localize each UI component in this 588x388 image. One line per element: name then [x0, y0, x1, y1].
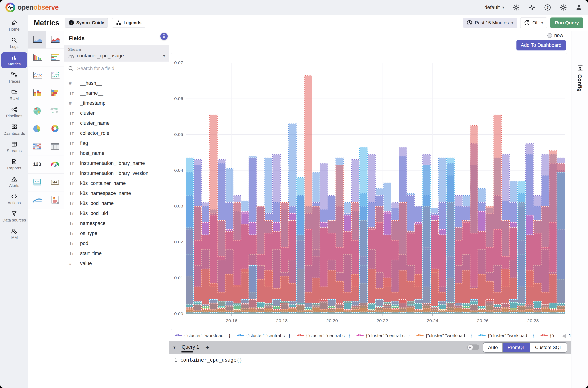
chart-type-area-stacked[interactable]: [46, 31, 64, 49]
chevron-down-icon: ▾: [541, 20, 543, 25]
chart-type-scatter[interactable]: [46, 67, 64, 84]
stream-selector[interactable]: Stream container_cpu_usage ▾: [64, 45, 169, 62]
collapse-query-icon[interactable]: ▾: [173, 345, 176, 350]
field-name: cluster_name: [80, 121, 110, 126]
chart-type-bar-horizontal-stacked[interactable]: [46, 84, 64, 102]
help-icon[interactable]: ?: [544, 4, 551, 11]
org-selector[interactable]: default ▾: [484, 4, 504, 10]
field-item-k8s_pod_name[interactable]: TTk8s_pod_name: [64, 198, 169, 208]
user-avatar-icon[interactable]: [575, 4, 583, 11]
chart-type-heatmap[interactable]: [28, 138, 46, 156]
sidebar-item-reports[interactable]: Reports: [1, 156, 27, 172]
legend-item-6[interactable]: {"c: [541, 333, 555, 338]
syntax-guide-button[interactable]: ? Syntax Guide: [65, 18, 108, 28]
sidebar-item-streams[interactable]: Streams: [1, 139, 27, 155]
sidebar-item-iam[interactable]: IAM: [1, 226, 27, 242]
legend-item-1[interactable]: {"cluster":"central-c...}: [237, 333, 290, 338]
sidebar-item-traces[interactable]: Traces: [1, 70, 27, 85]
auto-refresh-picker[interactable]: Off ▾: [520, 17, 547, 28]
field-item-host_name[interactable]: TThost_name: [64, 148, 169, 158]
legend-item-2[interactable]: {"cluster":"central-c...}: [297, 333, 350, 338]
field-item-pod[interactable]: TTpod: [64, 239, 169, 248]
chart-type-gauge[interactable]: [46, 156, 64, 174]
chart-type-custom-chart[interactable]: [46, 192, 64, 209]
chart-type-markdown[interactable]: M: [46, 174, 64, 192]
sidebar-item-rum[interactable]: RUM: [1, 87, 27, 103]
legends-button[interactable]: Legends: [112, 18, 145, 28]
drag-handle[interactable]: [160, 33, 168, 40]
bar-icon: [32, 53, 43, 62]
chart-type-bar-horizontal[interactable]: [46, 49, 64, 67]
add-to-dashboard-button[interactable]: Add To Dashboard: [517, 40, 566, 50]
sidebar-item-home[interactable]: Home: [1, 18, 27, 33]
time-range-picker[interactable]: Past 15 Minutes ▾: [463, 18, 517, 28]
time-range-value: Past 15 Minutes: [475, 20, 509, 26]
sidebar-item-alerts[interactable]: Alerts: [1, 174, 27, 190]
sidebar-item-pipelines[interactable]: Pipelines: [1, 104, 27, 120]
field-item-__hash__[interactable]: #__hash__: [64, 78, 169, 88]
field-item-cluster[interactable]: TTcluster: [64, 108, 169, 118]
legend-page-indicator: 1/3: [569, 333, 571, 339]
pipelines-icon: [11, 106, 17, 113]
legend-item-5[interactable]: {"cluster":"workload-...}: [478, 333, 534, 338]
config-label: Config: [577, 74, 583, 92]
brand-logo[interactable]: openobserve: [5, 2, 59, 12]
field-search-input[interactable]: [77, 66, 165, 72]
sidebar-item-data-sources[interactable]: Data sources: [1, 208, 27, 224]
run-query-button[interactable]: Run Query: [550, 18, 583, 28]
legend-item-3[interactable]: {"cluster":"central-c...}: [357, 333, 410, 338]
chart-type-pie[interactable]: [28, 120, 46, 138]
config-panel-tab[interactable]: Config: [571, 31, 588, 388]
field-item-collector_role[interactable]: TTcollector_role: [64, 128, 169, 138]
field-item-instrumentation_library_name[interactable]: TTinstrumentation_library_name: [64, 158, 169, 168]
mode-custom-sql[interactable]: Custom SQL: [530, 343, 567, 352]
sidebar-item-logs[interactable]: Logs: [1, 35, 27, 51]
chart-type-sankey[interactable]: [28, 192, 46, 209]
field-item-namespace[interactable]: TTnamespace: [64, 218, 169, 228]
chart-type-line[interactable]: [28, 67, 46, 84]
field-name: host_name: [80, 150, 105, 156]
field-item-k8s_container_name[interactable]: TTk8s_container_name: [64, 178, 169, 188]
field-item-k8s_namespace_name[interactable]: TTk8s_namespace_name: [64, 188, 169, 198]
query-editor[interactable]: 1 container_cpu_usage{}: [169, 354, 571, 388]
mode-promql[interactable]: PromQL: [502, 343, 530, 352]
field-item-_timestamp[interactable]: #_timestamp: [64, 98, 169, 108]
field-item-instrumentation_library_version[interactable]: TTinstrumentation_library_version: [64, 168, 169, 178]
function-toggle[interactable]: fx: [467, 344, 479, 350]
chart-type-html-editor[interactable]: </>: [28, 174, 46, 192]
legend-prev-icon[interactable]: ◀: [562, 332, 566, 339]
chart-type-table[interactable]: [46, 138, 64, 156]
slack-icon[interactable]: [528, 4, 536, 11]
svg-text:?: ?: [70, 21, 72, 24]
field-item-k8s_pod_uid[interactable]: TTk8s_pod_uid: [64, 208, 169, 218]
sidebar-item-actions[interactable]: Actions: [1, 191, 27, 207]
mode-auto[interactable]: Auto: [483, 343, 503, 352]
chart-type-maps[interactable]: [46, 102, 64, 120]
legend-item-4[interactable]: {"cluster":"workload-...}: [416, 333, 472, 338]
chart-type-metric-text[interactable]: 123: [28, 156, 46, 174]
sidebar-item-metrics[interactable]: Metrics: [1, 52, 27, 68]
bar-horizontal-stacked-icon: [50, 89, 60, 98]
number-field-icon: #: [69, 261, 77, 266]
field-item-os_type[interactable]: TTos_type: [64, 228, 169, 239]
field-item-start_time[interactable]: TTstart_time: [64, 248, 169, 259]
settings-gear-icon[interactable]: [560, 4, 567, 11]
add-query-button[interactable]: +: [205, 344, 209, 351]
field-item-value[interactable]: #value: [64, 259, 169, 268]
chart-type-geomap[interactable]: [28, 102, 46, 120]
chart-type-bar-stacked[interactable]: [28, 84, 46, 102]
query-tab[interactable]: Query 1: [181, 342, 200, 352]
chart-type-bar[interactable]: [28, 49, 46, 67]
sidebar-item-dashboards[interactable]: Dashboards: [1, 122, 27, 138]
theme-toggle-icon[interactable]: [513, 4, 520, 11]
metrics-chart[interactable]: 0.000.010.020.030.040.050.060.0720:1620:…: [171, 53, 567, 330]
legend-item-0[interactable]: {"cluster":"workload-...}: [175, 333, 230, 338]
chart-type-donut[interactable]: [46, 120, 64, 138]
field-name: instrumentation_library_version: [80, 170, 148, 176]
field-item-cluster_name[interactable]: TTcluster_name: [64, 118, 169, 128]
field-item-flag[interactable]: TTflag: [64, 138, 169, 148]
chart-type-area[interactable]: [28, 31, 46, 49]
legend-marker-icon: [541, 334, 548, 338]
field-item-__name__[interactable]: TT__name__: [64, 88, 169, 98]
shapes-icon: [116, 20, 121, 25]
